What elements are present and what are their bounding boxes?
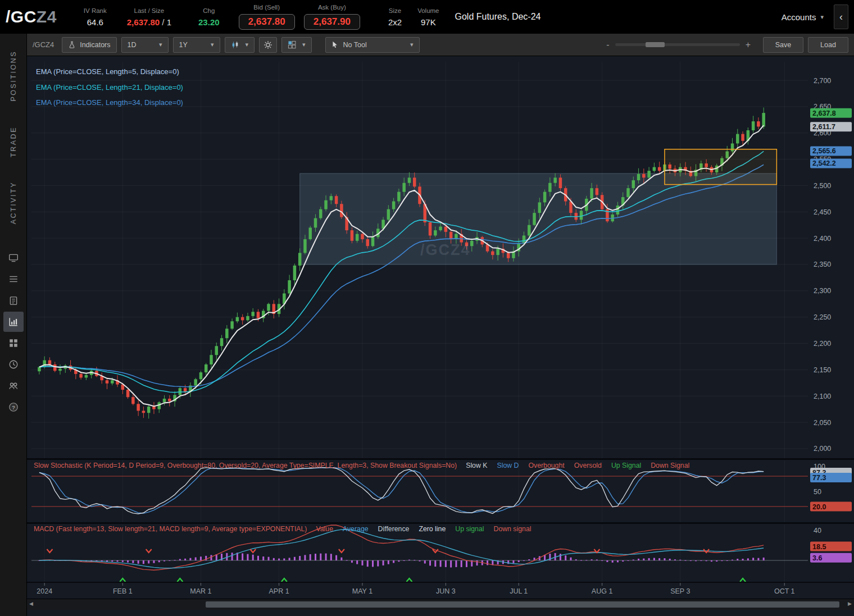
zoom-slider-thumb[interactable] [646,42,665,47]
legend-value: Value [316,525,333,533]
chevron-down-icon: ▾ [302,41,306,48]
chart-settings-button[interactable] [259,37,277,53]
svg-text:MAR 1: MAR 1 [190,587,211,595]
ema21-label[interactable]: EMA (Price=CLOSE, Length=21, Displace=0) [36,80,183,95]
volume-field: Volume 97K [417,7,439,27]
legend-slow-k: Slow K [466,462,487,469]
slow-k-line [39,467,764,514]
svg-text:2,050: 2,050 [814,419,831,427]
aggregation-dropdown[interactable]: 1D ▾ [121,37,169,53]
indicators-button[interactable]: Indicators [62,37,116,53]
legend-oversold: Oversold [574,462,602,469]
svg-text:18.5: 18.5 [812,543,826,551]
last-size-label: Last / Size [134,7,165,14]
svg-text:JUL 1: JUL 1 [510,587,528,595]
save-button[interactable]: Save [763,37,803,53]
svg-text:AUG 1: AUG 1 [592,587,613,595]
svg-text:2,450: 2,450 [814,208,831,216]
svg-text:2,300: 2,300 [814,287,831,295]
svg-text:2024: 2024 [37,587,52,595]
clipboard-icon[interactable] [3,290,24,311]
svg-text:40: 40 [814,527,821,535]
stochastic-title[interactable]: Slow Stochastic (K Period=14, D Period=9… [34,462,457,469]
sidebar-tab-activity[interactable]: ACTIVITY [10,181,17,224]
svg-text:?: ? [12,404,15,410]
horizontal-scrollbar[interactable]: ◀ ▶ [27,599,854,610]
bid-label: Bid (Sell) [253,4,280,11]
svg-text:2,200: 2,200 [814,340,831,348]
svg-text:JUN 3: JUN 3 [436,587,456,595]
stochastic-label-row: Slow Stochastic (K Period=14, D Period=9… [34,462,809,469]
community-icon[interactable] [3,376,24,396]
svg-text:50: 50 [814,488,821,496]
chart-icon[interactable] [3,312,24,332]
collapse-panel-button[interactable]: ‹ [834,4,848,29]
ema5-label[interactable]: EMA (Price=CLOSE, Length=5, Displace=0) [36,64,183,80]
symbol-month: Z4 [37,7,57,26]
range-dropdown[interactable]: 1Y ▾ [173,37,220,53]
orders-list-icon[interactable] [3,269,24,289]
scroll-left-arrow[interactable]: ◀ [29,601,33,606]
bid-button[interactable]: 2,637.80 [239,14,295,30]
iv-rank-field: IV Rank 64.6 [84,7,107,27]
svg-text:2,350: 2,350 [814,261,831,268]
zoom-out-button[interactable]: - [606,40,609,50]
last-size: 1 [167,17,171,27]
legend-difference: Difference [378,525,410,533]
macd-title[interactable]: MACD (Fast length=13, Slow length=21, MA… [34,525,307,533]
monitor-icon[interactable] [3,248,24,268]
cursor-icon [331,41,339,48]
svg-text:2,150: 2,150 [814,366,831,374]
zoom-in-button[interactable]: + [746,40,751,50]
svg-text:FEB 1: FEB 1 [113,587,133,595]
scrollbar-thumb[interactable] [206,601,839,608]
last-size-field: Last / Size 2,637.80 / 1 [127,7,171,27]
help-icon[interactable]: ? [3,397,24,417]
last-sep: / [162,17,164,27]
chg-field: Chg 23.20 [198,7,220,27]
chevron-down-icon: ▾ [410,41,414,48]
aggregation-value: 1D [128,41,137,49]
accounts-label: Accounts [782,12,816,22]
legend-zero-line: Zero line [419,525,446,533]
ema34-label[interactable]: EMA (Price=CLOSE, Length=34, Displace=0) [36,95,183,111]
accounts-menu[interactable]: Accounts ▾ [782,12,824,22]
svg-text:MAY 1: MAY 1 [352,587,373,595]
zoom-slider[interactable] [615,43,740,46]
bid-field: Bid (Sell) 2,637.80 [239,4,295,30]
quote-header: /GCZ4 IV Rank 64.6 Last / Size 2,637.80 … [0,0,854,34]
range-value: 1Y [179,41,188,49]
macd-pane [31,525,808,582]
svg-text:3.6: 3.6 [812,554,822,562]
main-pane [38,107,776,418]
chevron-down-icon: ▾ [211,41,214,48]
apps-grid-icon[interactable] [3,333,24,353]
ask-label: Ask (Buy) [318,4,346,11]
chart-type-dropdown[interactable]: ▾ [225,37,255,53]
volume-label: Volume [417,7,439,14]
iv-rank-value: 64.6 [87,17,103,27]
ask-button[interactable]: 2,637.90 [304,14,360,30]
chg-value: 23.20 [198,17,220,27]
clock-icon[interactable] [3,354,24,375]
svg-text:2,611.7: 2,611.7 [812,123,835,131]
load-button[interactable]: Load [808,37,848,53]
tool-label: No Tool [343,41,367,49]
sidebar-tab-trade[interactable]: TRADE [10,126,17,157]
size-field: Size 2x2 [388,7,402,27]
compare-dropdown[interactable]: ▾ [281,37,312,53]
size-label: Size [389,7,401,14]
symbol-root: /GC [6,7,37,26]
sidebar-tab-positions[interactable]: POSITIONS [10,51,17,102]
chart-toolbar: /GCZ4 Indicators 1D ▾ 1Y ▾ ▾ ▾ No Tool [27,34,854,56]
indicators-label: Indicators [80,41,110,49]
candlestick-icon [231,41,239,49]
drawing-tool-dropdown[interactable]: No Tool ▾ [325,37,420,53]
volume-value: 97K [421,17,436,27]
scroll-right-arrow[interactable]: ▶ [848,601,852,606]
left-sidebar: POSITIONS TRADE ACTIVITY ? [0,34,27,616]
svg-text:2,542.2: 2,542.2 [812,159,836,167]
chg-label: Chg [203,7,215,14]
ema-study-labels: EMA (Price=CLOSE, Length=5, Displace=0) … [36,64,183,111]
legend-slow-d: Slow D [497,462,519,469]
